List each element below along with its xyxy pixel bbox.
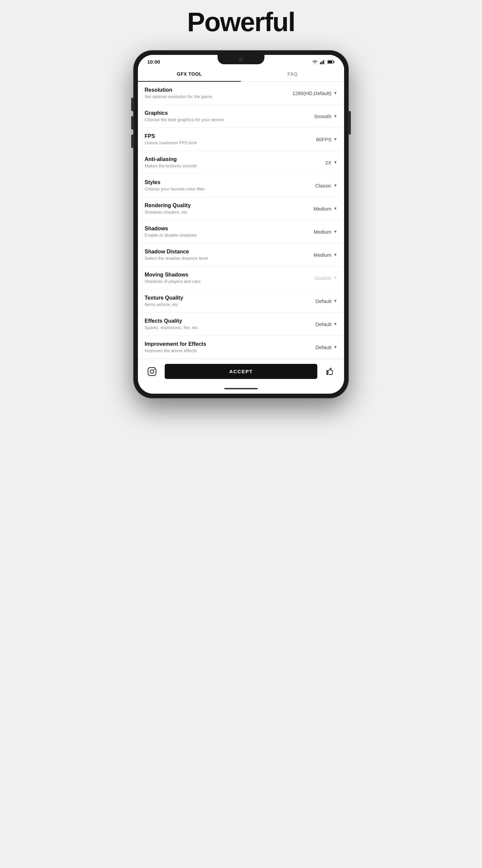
setting-row-effects-quality[interactable]: Effects Quality Sparks, explosions, fire… [138,313,344,336]
setting-row-texture-quality[interactable]: Texture Quality Items,vehicle, etc Defau… [138,289,344,313]
setting-control-effects-quality: Default ▼ [294,321,338,327]
setting-row-shadow-distance[interactable]: Shadow Distance Select the shadow distan… [138,243,344,267]
setting-row-styles[interactable]: Styles Choose your favorite color filter… [138,174,344,197]
setting-control-texture-quality: Default ▼ [294,298,338,304]
setting-desc-texture-quality: Items,vehicle, etc [144,302,294,307]
setting-desc-effects-quality: Sparks, explosions, fire, etc. [144,325,294,330]
dropdown-arrow-texture-quality: ▼ [333,299,338,303]
dropdown-arrow-shadows: ▼ [333,229,338,234]
instagram-button[interactable] [144,364,159,379]
svg-rect-7 [148,368,156,376]
wifi-icon [312,60,318,64]
dropdown-arrow-improvement-effects: ▼ [333,345,338,349]
page-wrapper: Powerful 10:00 [110,7,372,398]
setting-info-moving-shadows: Moving Shadows Shadows of players and ca… [144,272,294,284]
setting-control-rendering-quality: Medium ▼ [294,206,338,212]
setting-control-fps: 60FPS ▼ [294,136,338,142]
page-title: Powerful [187,7,295,37]
notch [218,55,264,64]
svg-rect-1 [322,61,323,64]
tabs: GFX TOOL FAQ [138,67,344,82]
setting-row-shadows[interactable]: Shadows Enable or disable shadows Medium… [138,220,344,243]
svg-point-9 [154,369,155,370]
setting-label-anti-aliasing: Anti-aliasing [144,156,294,162]
dropdown-arrow-resolution: ▼ [333,91,338,95]
setting-value-improvement-effects: Default [316,344,332,350]
setting-label-graphics: Graphics [144,110,294,116]
svg-rect-2 [323,60,324,64]
settings-list: Resolution Set optimal resolution for th… [138,82,344,359]
svg-rect-0 [320,62,321,64]
setting-row-graphics[interactable]: Graphics Choose the best graphics for yo… [138,105,344,128]
setting-control-graphics: Smooth ▼ [294,114,338,119]
svg-rect-10 [327,371,328,375]
setting-info-texture-quality: Texture Quality Items,vehicle, etc [144,295,294,307]
signal-icon [320,60,325,64]
setting-info-styles: Styles Choose your favorite color filter [144,179,294,191]
setting-desc-fps: Unlock maximum FPS limit [144,140,294,145]
setting-desc-shadow-distance: Select the shadow distance level [144,256,294,261]
setting-label-shadow-distance: Shadow Distance [144,249,294,255]
setting-desc-improvement-effects: Improves the above effects [144,348,294,353]
setting-info-resolution: Resolution Set optimal resolution for th… [144,87,292,99]
setting-control-improvement-effects: Default ▼ [294,344,338,350]
setting-desc-moving-shadows: Shadows of players and cars [144,279,294,284]
setting-control-shadows: Medium ▼ [294,229,338,235]
dropdown-arrow-shadow-distance: ▼ [333,252,338,257]
setting-row-resolution[interactable]: Resolution Set optimal resolution for th… [138,82,344,105]
setting-value-texture-quality: Default [316,298,332,304]
tab-gfx-tool[interactable]: GFX TOOL [138,67,241,81]
setting-control-styles: Classic ▼ [294,183,338,188]
setting-info-rendering-quality: Rendering Quality Shadows,shaders, etc [144,203,294,215]
setting-value-moving-shadows: Disable [315,275,331,281]
phone-screen: 10:00 [138,55,344,394]
setting-control-moving-shadows: Disable ▼ [294,275,338,281]
svg-rect-3 [325,60,326,64]
like-button[interactable] [323,364,338,379]
setting-info-anti-aliasing: Anti-aliasing Makes the textures smooth [144,156,294,168]
setting-value-rendering-quality: Medium [314,206,331,212]
dropdown-arrow-effects-quality: ▼ [333,322,338,327]
setting-desc-anti-aliasing: Makes the textures smooth [144,163,294,168]
setting-label-rendering-quality: Rendering Quality [144,203,294,209]
dropdown-arrow-styles: ▼ [333,183,338,188]
setting-label-moving-shadows: Moving Shadows [144,272,294,278]
setting-value-shadows: Medium [314,229,331,235]
svg-rect-6 [328,61,332,63]
setting-desc-shadows: Enable or disable shadows [144,232,294,238]
setting-value-shadow-distance: Medium [314,252,331,258]
setting-control-shadow-distance: Medium ▼ [294,252,338,258]
setting-info-graphics: Graphics Choose the best graphics for yo… [144,110,294,122]
setting-value-styles: Classic [315,183,331,188]
thumbs-up-icon [325,367,335,377]
setting-value-resolution: 1280(HD,Default) [292,90,331,96]
setting-info-shadow-distance: Shadow Distance Select the shadow distan… [144,249,294,261]
instagram-icon [147,367,157,377]
camera-notch [239,58,243,62]
setting-desc-resolution: Set optimal resolution for the game [144,94,292,99]
setting-info-effects-quality: Effects Quality Sparks, explosions, fire… [144,318,294,330]
phone-shell: 10:00 [134,51,348,398]
setting-label-styles: Styles [144,179,294,185]
home-bar [224,388,258,389]
tab-faq[interactable]: FAQ [241,67,344,81]
setting-row-rendering-quality[interactable]: Rendering Quality Shadows,shaders, etc M… [138,197,344,220]
setting-row-improvement-effects[interactable]: Improvement for Effects Improves the abo… [138,336,344,359]
setting-info-improvement-effects: Improvement for Effects Improves the abo… [144,341,294,353]
setting-label-fps: FPS [144,133,294,139]
home-indicator [138,383,344,394]
status-icons [312,60,335,64]
setting-label-resolution: Resolution [144,87,292,93]
svg-point-8 [150,370,154,373]
setting-row-anti-aliasing[interactable]: Anti-aliasing Makes the textures smooth … [138,151,344,174]
setting-label-effects-quality: Effects Quality [144,318,294,324]
setting-value-effects-quality: Default [316,321,332,327]
setting-value-anti-aliasing: 2X [325,160,331,165]
battery-icon [327,60,335,64]
dropdown-arrow-moving-shadows: ▼ [333,276,338,280]
setting-row-moving-shadows[interactable]: Moving Shadows Shadows of players and ca… [138,267,344,289]
setting-value-fps: 60FPS [316,136,331,142]
status-time: 10:00 [147,59,160,65]
setting-row-fps[interactable]: FPS Unlock maximum FPS limit 60FPS ▼ [138,128,344,151]
accept-button[interactable]: ACCEPT [165,364,317,379]
